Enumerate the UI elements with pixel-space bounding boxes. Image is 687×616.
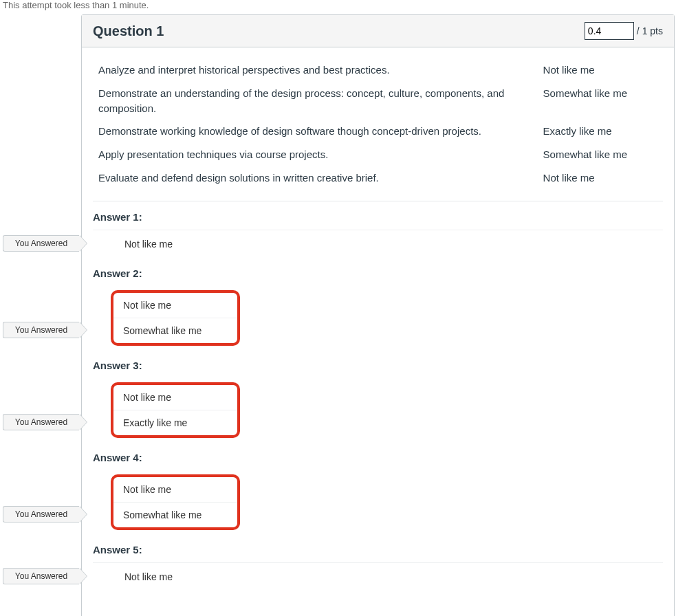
prompt-response: Somewhat like me <box>538 143 663 166</box>
attempt-note: This attempt took less than 1 minute. <box>0 0 687 14</box>
prompt-row: Demonstrate an understanding of the desi… <box>93 82 663 120</box>
prompt-row: Analyze and interpret historical perspec… <box>93 58 663 82</box>
answer-option: Not like me <box>113 477 237 502</box>
prompt-row: Evaluate and defend design solutions in … <box>93 166 663 190</box>
answer-row: Not like me <box>93 230 663 258</box>
you-answered-tag: You Answered <box>3 235 79 252</box>
prompt-row: Demonstrate working knowledge of design … <box>93 120 663 143</box>
answer-options-highlight: Not like me Somewhat like me <box>111 474 240 530</box>
you-answered-tag: You Answered <box>3 322 79 338</box>
answer-heading: Answer 1: <box>93 201 663 230</box>
answer-block: Answer 3: Not like me Exactly like me <box>93 350 663 442</box>
answer-row: Not like me <box>93 562 663 591</box>
answer-block: Answer 1: Not like me <box>93 201 663 258</box>
you-answered-tag: You Answered <box>3 506 79 522</box>
prompt-text: Apply presentation techniques via course… <box>93 143 538 166</box>
answer-heading: Answer 4: <box>93 442 663 470</box>
answer-option: Not like me <box>113 385 237 410</box>
prompt-table: Analyze and interpret historical perspec… <box>93 58 663 190</box>
question-card: Question 1 / 1 pts Analyze and interpret… <box>81 14 675 616</box>
answer-heading: Answer 3: <box>93 350 663 378</box>
answer-option: Somewhat like me <box>113 318 237 343</box>
prompt-text: Demonstrate an understanding of the desi… <box>93 82 538 120</box>
answer-block: Answer 5: Not like me <box>93 534 663 591</box>
answer-heading: Answer 2: <box>93 258 663 286</box>
prompt-response: Not like me <box>538 166 663 190</box>
prompt-response: Exactly like me <box>538 120 663 143</box>
prompt-response: Somewhat like me <box>538 82 663 120</box>
answer-option: Exactly like me <box>113 410 237 435</box>
answer-given: Not like me <box>93 230 663 258</box>
answer-options-highlight: Not like me Somewhat like me <box>111 290 240 346</box>
answer-option: Somewhat like me <box>113 502 237 527</box>
answer-block: Answer 4: Not like me Somewhat like me <box>93 442 663 534</box>
prompt-text: Evaluate and defend design solutions in … <box>93 166 538 190</box>
prompt-text: Analyze and interpret historical perspec… <box>93 58 538 82</box>
you-answered-tag: You Answered <box>3 414 79 430</box>
prompt-response: Not like me <box>538 58 663 82</box>
prompt-row: Apply presentation techniques via course… <box>93 143 663 166</box>
answer-options-highlight: Not like me Exactly like me <box>111 382 240 438</box>
question-header: Question 1 / 1 pts <box>82 15 674 47</box>
question-title: Question 1 <box>93 23 164 39</box>
score-input[interactable] <box>585 22 634 40</box>
you-answered-tag: You Answered <box>3 568 79 584</box>
points-box: / 1 pts <box>585 22 663 40</box>
answer-block: Answer 2: Not like me Somewhat like me <box>93 258 663 350</box>
prompt-text: Demonstrate working knowledge of design … <box>93 120 538 143</box>
points-suffix: / 1 pts <box>637 25 663 36</box>
answer-heading: Answer 5: <box>93 534 663 562</box>
answer-option: Not like me <box>113 293 237 318</box>
answer-given: Not like me <box>93 563 663 591</box>
